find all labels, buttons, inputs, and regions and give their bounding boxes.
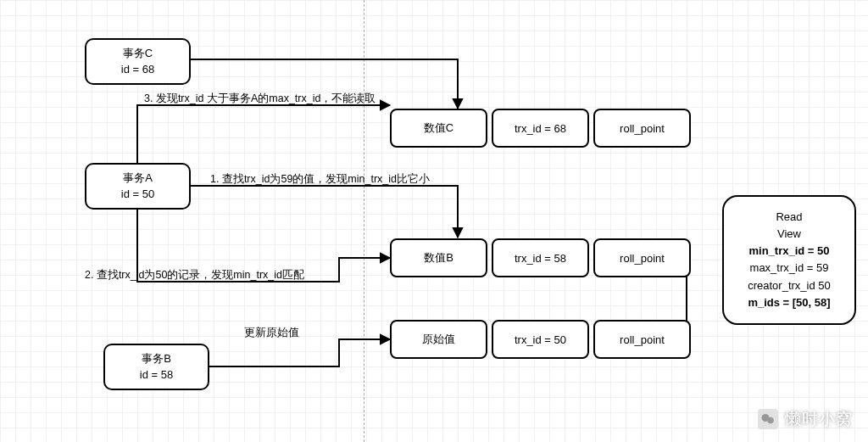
- row-b-trxid: trx_id = 58: [492, 238, 589, 277]
- label-update: 更新原始值: [244, 326, 299, 340]
- row-c-value-text: 数值C: [424, 120, 453, 136]
- svg-point-1: [767, 417, 774, 424]
- transaction-c-name: 事务C: [123, 46, 153, 61]
- row-orig-rollpoint-text: roll_point: [620, 333, 665, 346]
- row-b-rollpoint: roll_point: [593, 238, 691, 277]
- wechat-icon: [758, 409, 778, 429]
- row-b-rollpoint-text: roll_point: [620, 252, 665, 265]
- transaction-c-id: id = 68: [121, 62, 154, 77]
- row-c-rollpoint: roll_point: [593, 109, 691, 148]
- transaction-a-id: id = 50: [121, 187, 154, 202]
- transaction-a-name: 事务A: [123, 171, 153, 186]
- read-view-box: Read View min_trx_id = 50 max_trx_id = 5…: [722, 195, 856, 325]
- label-step1: 1. 查找trx_id为59的值，发现min_trx_id比它小: [210, 172, 430, 187]
- read-view-title2: View: [737, 226, 841, 243]
- row-orig-trxid: trx_id = 50: [492, 320, 589, 359]
- transaction-b-id: id = 58: [140, 367, 173, 383]
- read-view-max: max_trx_id = 59: [737, 260, 841, 277]
- watermark: 懒时小窝: [758, 408, 853, 430]
- label-step2: 2. 查找trx_id为50的记录，发现min_trx_id匹配: [85, 268, 304, 283]
- read-view-title1: Read: [737, 209, 841, 226]
- read-view-creator: creator_trx_id 50: [737, 277, 841, 294]
- row-orig-value: 原始值: [390, 320, 487, 359]
- read-view-mids: m_ids = [50, 58]: [737, 294, 841, 311]
- section-divider: [364, 0, 364, 442]
- row-orig-value-text: 原始值: [422, 332, 455, 347]
- row-c-value: 数值C: [390, 109, 487, 148]
- row-b-value-text: 数值B: [424, 250, 453, 266]
- read-view-min: min_trx_id = 50: [737, 243, 841, 260]
- row-c-trxid: trx_id = 68: [492, 109, 589, 148]
- row-b-value: 数值B: [390, 238, 487, 277]
- transaction-b-box: 事务B id = 58: [103, 344, 209, 390]
- transaction-c-box: 事务C id = 68: [85, 38, 191, 85]
- label-step3: 3. 发现trx_id 大于事务A的max_trx_id，不能读取: [144, 92, 376, 106]
- transaction-a-box: 事务A id = 50: [85, 163, 191, 210]
- row-c-trxid-text: trx_id = 68: [515, 122, 566, 135]
- row-b-trxid-text: trx_id = 58: [515, 252, 566, 265]
- row-orig-trxid-text: trx_id = 50: [515, 333, 566, 346]
- watermark-text: 懒时小窝: [785, 408, 853, 430]
- transaction-b-name: 事务B: [142, 351, 171, 366]
- row-orig-rollpoint: roll_point: [593, 320, 691, 359]
- row-c-rollpoint-text: roll_point: [620, 122, 665, 135]
